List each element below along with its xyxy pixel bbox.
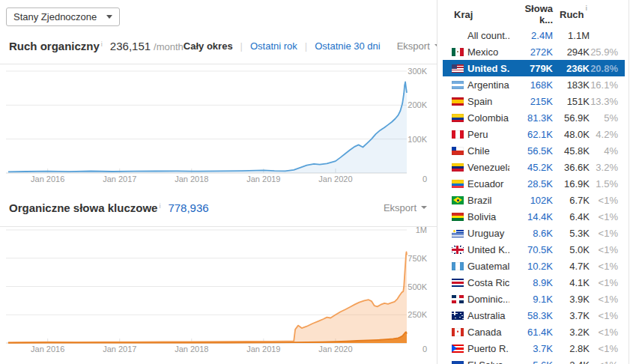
keywords-count[interactable]: 10.2K <box>509 261 553 272</box>
country-name: Bolivia <box>467 211 509 222</box>
traffic-count: 1.1M <box>553 30 590 41</box>
keywords-count[interactable]: 56.5K <box>509 145 553 157</box>
export-button[interactable]: Eksport <box>384 202 427 213</box>
traffic-share: <1% <box>590 195 618 206</box>
svg-text:Jan 2016: Jan 2016 <box>31 345 64 354</box>
table-row-dominic[interactable]: Dominic...9.1K3.9K<1% <box>443 291 625 307</box>
country-table-rows: All count...2.4M1.1MMexico272K294K25.9%U… <box>437 27 630 364</box>
keywords-count[interactable]: 779K <box>509 63 553 74</box>
table-row-puerto-r[interactable]: Puerto R...3.7K2.8K<1% <box>443 340 625 357</box>
keywords-title-group: Organiczne słowa kluczowe i 778,936 <box>9 201 209 214</box>
country-name: Colombia <box>467 112 509 124</box>
keywords-count[interactable]: 168K <box>509 79 553 91</box>
keywords-count[interactable]: 81.3K <box>509 112 553 124</box>
keywords-count[interactable]: 70.5K <box>509 244 553 255</box>
table-row-spain[interactable]: Spain215K151K13.3% <box>443 93 625 109</box>
keywords-chart-svg: 1M750K500K250KJan 2016Jan 2017Jan 2018Ja… <box>0 227 437 360</box>
country-name: Puerto R... <box>467 343 509 354</box>
keywords-count[interactable]: 102K <box>509 195 553 206</box>
keywords-count[interactable]: 2.4M <box>509 30 553 41</box>
keywords-count[interactable]: 9.1K <box>509 294 553 305</box>
table-row-brazil[interactable]: Brazil102K6.7K<1% <box>443 192 625 208</box>
co-flag-icon <box>452 114 464 122</box>
svg-text:Jan 2018: Jan 2018 <box>175 175 208 183</box>
table-row-uruguay[interactable]: Uruguay8.6K5.3K<1% <box>443 225 625 241</box>
traffic-count: 16.9K <box>553 178 590 189</box>
keywords-section-header: Organiczne słowa kluczowe i 778,936 Eksp… <box>9 196 427 219</box>
traffic-count: 294K <box>553 46 590 58</box>
tab-last-30-days[interactable]: Ostatnie 30 dni <box>315 40 380 52</box>
table-row-guatemala[interactable]: Guatemala10.2K4.7K<1% <box>443 258 625 274</box>
table-row-all-count[interactable]: All count...2.4M1.1M <box>443 27 625 43</box>
table-row-united-k[interactable]: United K...70.5K5.0K<1% <box>443 241 625 258</box>
export-button[interactable]: Eksport <box>397 40 440 52</box>
keywords-count[interactable]: 61.4K <box>509 327 553 338</box>
traffic-share: <1% <box>590 294 618 305</box>
column-header-traffic[interactable]: Ruchi <box>553 8 590 20</box>
traffic-count: 6.7K <box>553 195 590 206</box>
keywords-count[interactable]: 5.6K <box>509 360 553 364</box>
do-flag-icon <box>452 295 464 303</box>
traffic-count: 36.6K <box>553 162 590 173</box>
country-name: Uruguay <box>467 228 509 239</box>
svg-text:Jan 2017: Jan 2017 <box>103 175 136 183</box>
keywords-value[interactable]: 778,936 <box>168 201 208 214</box>
traffic-share: <1% <box>590 343 618 354</box>
table-row-argentina[interactable]: Argentina168K183K16.1% <box>443 76 625 93</box>
table-row-chile[interactable]: Chile56.5K45.8K4% <box>443 142 625 159</box>
tab-separator: | <box>240 40 243 52</box>
table-row-mexico[interactable]: Mexico272K294K25.9% <box>443 43 625 60</box>
keywords-count[interactable]: 58.3K <box>509 310 553 321</box>
svg-text:100K: 100K <box>408 135 427 144</box>
us-flag-icon <box>452 64 464 73</box>
keywords-count[interactable]: 8.6K <box>509 228 553 239</box>
country-select-dropdown[interactable]: Stany Zjednoczone <box>6 7 120 26</box>
keywords-count[interactable]: 215K <box>509 96 553 107</box>
tab-last-year[interactable]: Ostatni rok <box>250 40 297 52</box>
keywords-section-title: Organiczne słowa kluczowe <box>9 201 157 214</box>
table-row-united-s[interactable]: United S...779K236K20.8% <box>443 60 625 76</box>
gt-flag-icon <box>452 262 464 270</box>
svg-text:Jan 2017: Jan 2017 <box>103 345 136 354</box>
traffic-share: 16.1% <box>590 79 618 91</box>
traffic-count: 48.0K <box>553 129 590 140</box>
traffic-count: 4.1K <box>553 277 590 288</box>
table-row-colombia[interactable]: Colombia81.3K56.9K5% <box>443 109 625 126</box>
keywords-count[interactable]: 272K <box>509 46 553 58</box>
country-name: United S... <box>467 63 509 74</box>
sv-flag-icon <box>452 361 464 364</box>
traffic-share: <1% <box>590 310 618 321</box>
column-header-keywords[interactable]: Słowa k... <box>509 3 553 25</box>
info-icon[interactable]: i <box>101 40 103 48</box>
uy-flag-icon <box>452 229 464 237</box>
table-row-australia[interactable]: Australia58.3K3.7K<1% <box>443 307 625 324</box>
traffic-share: 25.9% <box>590 46 618 58</box>
keywords-count[interactable]: 3.7K <box>509 343 553 354</box>
svg-text:500K: 500K <box>408 282 427 291</box>
keywords-count[interactable]: 45.2K <box>509 162 553 173</box>
table-row-canada[interactable]: Canada61.4K3.2K<1% <box>443 324 625 340</box>
traffic-title-group: Ruch organiczny i 236,151 /month <box>9 40 184 52</box>
country-name: Australia <box>467 310 509 321</box>
keywords-count[interactable]: 14.4K <box>509 211 553 222</box>
scrollbar-rail[interactable] <box>629 0 629 364</box>
table-row-peru[interactable]: Peru62.1K48.0K4.2% <box>443 126 625 142</box>
country-name: Costa Rica <box>467 277 509 288</box>
table-row-costa-rica[interactable]: Costa Rica8.9K4.1K<1% <box>443 274 625 291</box>
es-flag-icon <box>452 97 464 106</box>
traffic-share: <1% <box>590 261 618 272</box>
table-row-el-salva[interactable]: El Salva...5.6K2.4K<1% <box>443 357 625 364</box>
tab-all-time[interactable]: Cały okres <box>184 40 233 52</box>
traffic-count: 4.7K <box>553 261 590 272</box>
keywords-count[interactable]: 8.9K <box>509 277 553 288</box>
table-row-ecuador[interactable]: Ecuador28.5K16.9K1.5% <box>443 175 625 192</box>
column-header-country[interactable]: Kraj <box>454 9 509 20</box>
table-row-venezuela[interactable]: Venezuela45.2K36.6K3.2% <box>443 159 625 175</box>
keywords-count[interactable]: 28.5K <box>509 178 553 189</box>
info-icon[interactable]: i <box>159 202 160 210</box>
traffic-count: 6.4K <box>553 211 590 222</box>
table-row-bolivia[interactable]: Bolivia14.4K6.4K<1% <box>443 208 625 225</box>
mx-flag-icon <box>452 48 464 56</box>
keywords-count[interactable]: 62.1K <box>509 129 553 140</box>
traffic-share: <1% <box>590 277 618 288</box>
